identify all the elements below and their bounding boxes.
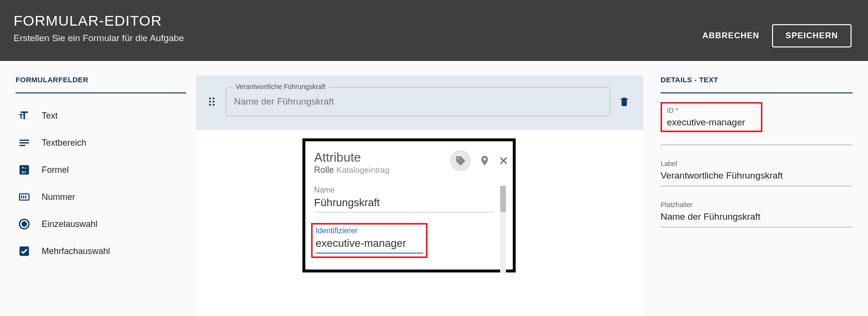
- identifier-highlight: Identifizierer executive-manager: [311, 223, 427, 258]
- checkbox-icon: [17, 244, 31, 258]
- popup-close-button[interactable]: [498, 155, 509, 166]
- popup-scrollbar[interactable]: [500, 186, 506, 273]
- attribute-popup: Attribute Rolle Katalogeintrag: [302, 138, 516, 272]
- sidebar-title: FORMULARFELDER: [16, 75, 186, 93]
- field-type-label: Text: [42, 111, 58, 121]
- svg-point-11: [22, 222, 27, 226]
- field-input[interactable]: [226, 87, 610, 116]
- details-placeholder-value: Name der Führungskraft: [661, 211, 852, 227]
- canvas-field-row[interactable]: Verantwortliche Führungskraft: [196, 75, 643, 130]
- details-label-value: Verantwortliche Führungskraft: [661, 170, 852, 186]
- svg-point-18: [213, 104, 215, 105]
- field-type-label: Einzelauswahl: [42, 219, 97, 229]
- popup-subtitle: Rolle Katalogeintrag: [314, 165, 390, 175]
- details-id-label: ID *: [667, 106, 756, 114]
- cancel-button[interactable]: ABBRECHEN: [702, 31, 759, 41]
- details-id-row: ID * executive-manager: [661, 102, 852, 145]
- header-actions: ABBRECHEN SPEICHERN: [702, 24, 852, 47]
- field-type-textarea[interactable]: Textbereich: [16, 129, 186, 156]
- id-underline: [661, 145, 852, 145]
- popup-subtitle-light: Katalogeintrag: [336, 166, 390, 175]
- field-type-label: Formel: [42, 165, 69, 175]
- trash-icon: [619, 96, 630, 107]
- field-type-checkbox[interactable]: Mehrfachauswahl: [16, 238, 186, 265]
- svg-point-15: [209, 101, 211, 103]
- field-type-label: Nummer: [42, 192, 75, 202]
- page-subtitle: Erstellen Sie ein Formular für die Aufga…: [14, 33, 184, 44]
- svg-point-16: [213, 101, 215, 103]
- form-fields-sidebar: FORMULARFELDER Text Textbereich +−×÷ For…: [12, 75, 196, 265]
- popup-title-block: Attribute Rolle Katalogeintrag: [314, 150, 390, 175]
- radio-icon: [17, 217, 31, 231]
- delete-field-button[interactable]: [619, 96, 630, 107]
- popup-name-value: Führungskraft: [314, 196, 494, 212]
- form-canvas: Verantwortliche Führungskraft Attribute …: [196, 75, 643, 316]
- popup-title: Attribute: [314, 150, 390, 165]
- svg-point-17: [209, 104, 211, 105]
- field-type-text[interactable]: Text: [16, 102, 186, 129]
- textarea-icon: [17, 136, 31, 150]
- app-header: FORMULAR-EDITOR Erstellen Sie ein Formul…: [0, 0, 868, 61]
- popup-identifier-value: executive-manager: [316, 237, 423, 254]
- popup-name-label: Name: [314, 186, 494, 195]
- details-panel: DETAILS - TEXT ID * executive-manager La…: [643, 75, 856, 242]
- field-shell: Verantwortliche Führungskraft: [226, 87, 610, 116]
- number-icon: [17, 190, 31, 204]
- field-type-radio[interactable]: Einzelauswahl: [16, 211, 186, 238]
- details-placeholder-label: Platzhalter: [661, 201, 852, 209]
- drag-handle-icon[interactable]: [206, 96, 217, 107]
- popup-subtitle-strong: Rolle: [314, 165, 334, 175]
- field-floating-label: Verantwortliche Führungskraft: [233, 83, 329, 90]
- scrollbar-thumb[interactable]: [500, 186, 506, 212]
- svg-point-14: [213, 98, 215, 100]
- location-pin-icon: [479, 154, 490, 167]
- details-label-field[interactable]: Label Verantwortliche Führungskraft: [661, 160, 852, 186]
- tag-icon: [455, 155, 466, 166]
- header-titles: FORMULAR-EDITOR Erstellen Sie ein Formul…: [14, 13, 184, 44]
- field-type-label: Mehrfachauswahl: [42, 246, 110, 256]
- location-tab-button[interactable]: [479, 154, 490, 167]
- details-id-value[interactable]: executive-manager: [667, 117, 756, 129]
- popup-toolbar: [450, 150, 509, 171]
- svg-point-13: [209, 98, 211, 100]
- formula-icon: +−×÷: [17, 163, 31, 177]
- text-icon: [17, 109, 31, 122]
- field-type-list: Text Textbereich +−×÷ Formel Nummer: [16, 102, 186, 265]
- save-button[interactable]: SPEICHERN: [772, 24, 852, 47]
- popup-header: Attribute Rolle Katalogeintrag: [314, 150, 509, 175]
- page-title: FORMULAR-EDITOR: [14, 13, 184, 29]
- details-id-highlight: ID * executive-manager: [661, 102, 762, 132]
- main-layout: FORMULARFELDER Text Textbereich +−×÷ For…: [0, 61, 868, 316]
- svg-rect-2: [19, 145, 25, 146]
- field-type-formula[interactable]: +−×÷ Formel: [16, 156, 186, 183]
- popup-body: Name Führungskraft Identifizierer execut…: [314, 186, 509, 258]
- field-type-label: Textbereich: [42, 138, 86, 148]
- field-type-number[interactable]: Nummer: [16, 183, 186, 211]
- close-icon: [498, 155, 509, 166]
- details-title: DETAILS - TEXT: [661, 75, 852, 93]
- tag-tab-button[interactable]: [450, 150, 471, 171]
- details-label-label: Label: [661, 160, 852, 167]
- svg-rect-0: [19, 140, 29, 141]
- svg-rect-1: [19, 142, 29, 144]
- svg-text:×÷: ×÷: [22, 170, 27, 175]
- details-placeholder-field[interactable]: Platzhalter Name der Führungskraft: [661, 201, 852, 227]
- popup-identifier-label: Identifizierer: [316, 226, 423, 235]
- popup-name-field[interactable]: Name Führungskraft: [314, 186, 494, 212]
- popup-identifier-field[interactable]: Identifizierer executive-manager: [316, 226, 423, 254]
